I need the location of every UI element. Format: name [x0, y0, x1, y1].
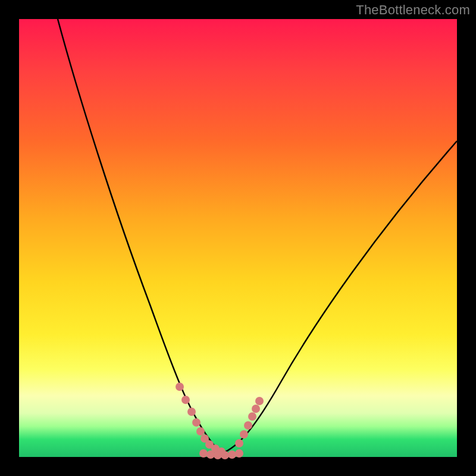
chart-frame: TheBottleneck.com [0, 0, 476, 476]
watermark-text: TheBottleneck.com [356, 2, 470, 18]
svg-point-18 [248, 412, 256, 421]
svg-point-1 [181, 396, 190, 404]
svg-point-19 [252, 405, 260, 413]
svg-point-17 [244, 421, 252, 430]
svg-point-10 [206, 450, 215, 459]
chart-svg [19, 19, 457, 457]
svg-point-12 [221, 451, 229, 459]
svg-point-3 [192, 418, 201, 427]
svg-point-9 [199, 449, 208, 458]
svg-point-20 [255, 397, 264, 405]
svg-point-16 [240, 430, 248, 439]
svg-point-4 [196, 427, 205, 436]
left-curve [58, 19, 221, 453]
svg-point-15 [235, 439, 243, 447]
svg-point-2 [187, 408, 196, 416]
right-dots-group [235, 397, 264, 447]
svg-point-13 [228, 450, 236, 459]
svg-point-14 [235, 449, 243, 458]
left-dots-group [176, 383, 226, 456]
svg-point-0 [176, 383, 184, 391]
svg-point-11 [214, 451, 222, 459]
